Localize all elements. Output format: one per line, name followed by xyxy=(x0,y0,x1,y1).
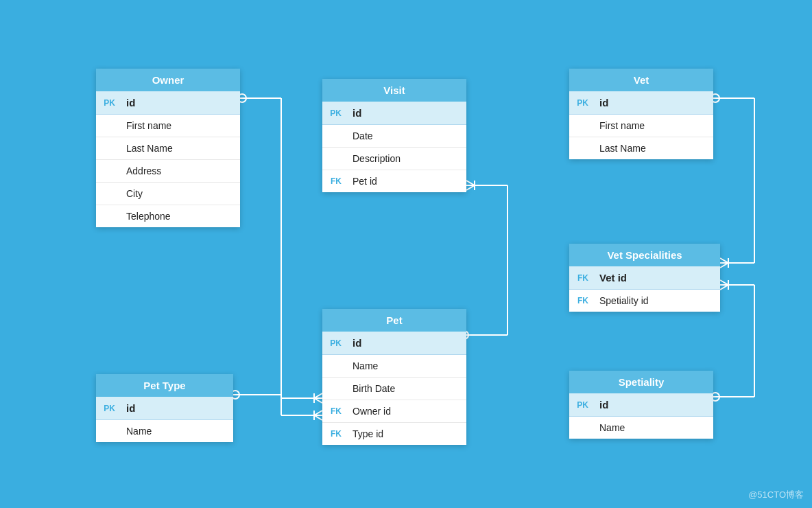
pet-typeid-key: FK xyxy=(322,424,344,444)
visit-table: Visit PK id Date Description FK Pet id xyxy=(322,79,466,192)
pet-typeid-field: Type id xyxy=(344,423,466,445)
vetspec-vetid-row: FK Vet id xyxy=(569,266,720,290)
vet-table-header: Vet xyxy=(569,69,713,91)
pet-birthdate-key xyxy=(322,383,344,394)
pet-ownerid-row: FK Owner id xyxy=(322,400,466,423)
pettype-pk-row: PK id xyxy=(96,397,233,420)
vetspec-table-header: Vet Specialities xyxy=(569,244,720,266)
vetspec-specid-key: FK xyxy=(569,290,591,311)
vet-pk-label: PK xyxy=(569,93,591,113)
visit-date-key xyxy=(322,130,344,141)
watermark: @51CTO博客 xyxy=(748,489,804,501)
svg-line-33 xyxy=(720,285,728,290)
svg-line-12 xyxy=(314,415,322,420)
owner-city-key xyxy=(96,188,118,199)
pet-pk-row: PK id xyxy=(322,332,466,355)
pettype-name-row: Name xyxy=(96,420,233,442)
vetspec-specid-row: FK Spetiality id xyxy=(569,290,720,312)
pettype-table-header: Pet Type xyxy=(96,374,233,397)
vetspec-specid-field: Spetiality id xyxy=(591,290,720,312)
visit-petid-key: FK xyxy=(322,171,344,192)
vet-firstname-row: First name xyxy=(569,115,713,137)
owner-table: Owner PK id First name Last Name Address… xyxy=(96,69,240,227)
pet-birthdate-field: Birth Date xyxy=(344,378,466,400)
owner-telephone-field: Telephone xyxy=(118,205,240,227)
svg-line-32 xyxy=(720,280,728,285)
svg-line-11 xyxy=(314,411,322,415)
visit-date-field: Date xyxy=(344,125,466,147)
pet-typeid-row: FK Type id xyxy=(322,423,466,445)
pettype-table: Pet Type PK id Name xyxy=(96,374,233,442)
owner-lastname-row: Last Name xyxy=(96,137,240,160)
pet-table: Pet PK id Name Birth Date FK Owner id FK… xyxy=(322,309,466,445)
owner-pk-label: PK xyxy=(96,93,118,113)
visit-description-row: Description xyxy=(322,148,466,170)
pet-name-key xyxy=(322,360,344,371)
visit-description-field: Description xyxy=(344,148,466,170)
pet-name-field: Name xyxy=(344,355,466,377)
owner-firstname-key xyxy=(96,120,118,131)
visit-petid-field: Pet id xyxy=(344,170,466,192)
visit-description-key xyxy=(322,153,344,164)
pettype-id-field: id xyxy=(118,397,233,419)
owner-telephone-key xyxy=(96,211,118,222)
speciality-id-field: id xyxy=(591,393,713,416)
pet-pk-label: PK xyxy=(322,333,344,354)
owner-address-field: Address xyxy=(118,160,240,182)
owner-id-field: id xyxy=(118,91,240,114)
owner-table-header: Owner xyxy=(96,69,240,91)
speciality-pk-row: PK id xyxy=(569,393,713,417)
vet-lastname-field: Last Name xyxy=(591,137,713,159)
owner-address-row: Address xyxy=(96,160,240,183)
owner-lastname-field: Last Name xyxy=(118,137,240,159)
speciality-table-header: Spetiality xyxy=(569,371,713,393)
svg-line-26 xyxy=(720,263,728,268)
owner-telephone-row: Telephone xyxy=(96,205,240,227)
owner-city-row: City xyxy=(96,183,240,205)
svg-line-19 xyxy=(466,185,475,190)
pettype-pk-label: PK xyxy=(96,398,118,419)
pet-name-row: Name xyxy=(322,355,466,378)
vetspec-vetid-key: FK xyxy=(569,268,591,288)
svg-line-25 xyxy=(720,258,728,263)
visit-id-field: id xyxy=(344,102,466,124)
vet-pk-row: PK id xyxy=(569,91,713,115)
owner-city-field: City xyxy=(118,183,240,205)
owner-firstname-field: First name xyxy=(118,115,240,137)
owner-pk-row: PK id xyxy=(96,91,240,115)
speciality-name-field: Name xyxy=(591,417,713,439)
svg-line-18 xyxy=(466,181,475,185)
vet-table: Vet PK id First name Last Name xyxy=(569,69,713,159)
visit-pk-label: PK xyxy=(322,103,344,124)
vet-firstname-field: First name xyxy=(591,115,713,137)
visit-date-row: Date xyxy=(322,125,466,148)
pet-ownerid-key: FK xyxy=(322,401,344,422)
pet-id-field: id xyxy=(344,332,466,354)
pettype-name-field: Name xyxy=(118,420,233,442)
svg-line-5 xyxy=(314,398,322,403)
owner-firstname-row: First name xyxy=(96,115,240,137)
vet-firstname-key xyxy=(569,120,591,131)
owner-lastname-key xyxy=(96,143,118,154)
pet-birthdate-row: Birth Date xyxy=(322,378,466,400)
speciality-name-row: Name xyxy=(569,417,713,439)
owner-address-key xyxy=(96,165,118,176)
vetspec-table: Vet Specialities FK Vet id FK Spetiality… xyxy=(569,244,720,312)
speciality-name-key xyxy=(569,422,591,433)
pet-ownerid-field: Owner id xyxy=(344,400,466,422)
vet-lastname-key xyxy=(569,143,591,154)
vet-lastname-row: Last Name xyxy=(569,137,713,159)
vet-id-field: id xyxy=(591,91,713,114)
speciality-table: Spetiality PK id Name xyxy=(569,371,713,439)
visit-petid-row: FK Pet id xyxy=(322,170,466,192)
speciality-pk-label: PK xyxy=(569,395,591,415)
visit-pk-row: PK id xyxy=(322,102,466,125)
pettype-name-key xyxy=(96,426,118,437)
pet-table-header: Pet xyxy=(322,309,466,332)
visit-table-header: Visit xyxy=(322,79,466,102)
svg-line-4 xyxy=(314,393,322,398)
vetspec-vetid-field: Vet id xyxy=(591,266,720,289)
